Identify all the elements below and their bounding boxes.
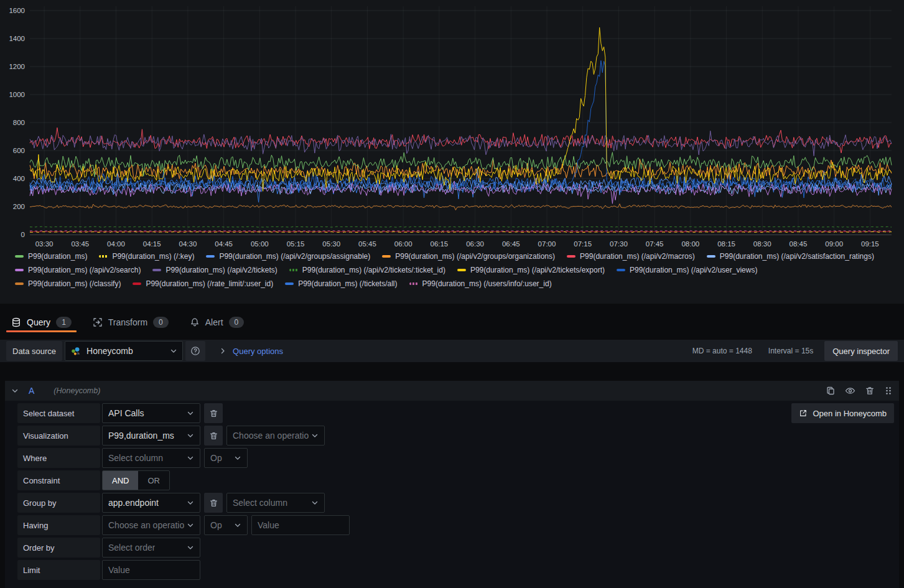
- legend-item[interactable]: P99(duration_ms) (/api/v2/tickets): [152, 266, 277, 274]
- legend-item[interactable]: P99(duration_ms) (/api/v2/groups/organiz…: [382, 252, 555, 261]
- svg-text:07:00: 07:00: [538, 240, 556, 248]
- query-options-label: Query options: [233, 347, 283, 356]
- svg-text:07:30: 07:30: [610, 240, 628, 248]
- drag-handle-icon[interactable]: [884, 386, 893, 396]
- legend-series-swatch: [457, 269, 466, 271]
- limit-label: Limit: [17, 560, 100, 580]
- having-operation-select[interactable]: Choose an operatio: [102, 515, 200, 535]
- toggle-visibility-icon[interactable]: [845, 386, 855, 396]
- svg-text:1600: 1600: [9, 7, 25, 14]
- svg-text:600: 600: [13, 147, 25, 154]
- svg-text:1000: 1000: [9, 91, 25, 98]
- legend-item[interactable]: P99(duration_ms) (/api/v2/search): [15, 266, 141, 274]
- constraint-label: Constraint: [17, 470, 100, 490]
- constraint-radio-group: AND OR: [102, 470, 170, 490]
- tab-transform[interactable]: Transform 0: [88, 317, 174, 336]
- having-value-input[interactable]: [251, 515, 350, 535]
- chevron-down-icon: [311, 499, 319, 506]
- query-options-toggle[interactable]: Query options: [219, 347, 283, 356]
- legend-item[interactable]: P99(duration_ms) (/classify): [15, 279, 121, 288]
- svg-text:05:45: 05:45: [358, 240, 376, 248]
- svg-text:09:15: 09:15: [861, 240, 879, 248]
- form-row-where: Where Select column Op: [17, 448, 899, 468]
- legend-series-swatch: [567, 255, 575, 258]
- tab-query-count: 1: [56, 317, 72, 328]
- duplicate-query-icon[interactable]: [826, 386, 836, 396]
- limit-value-input[interactable]: [102, 560, 200, 580]
- legend-item[interactable]: P99(duration_ms) (/api/v2/macros): [567, 252, 695, 261]
- query-datasource-note: (Honeycomb): [54, 386, 100, 395]
- group-by-add-select[interactable]: Select column: [226, 493, 325, 513]
- timeseries-panel: 0200400600800100012001400160003:3003:450…: [0, 0, 904, 304]
- where-column-select[interactable]: Select column: [102, 448, 200, 468]
- having-op-select[interactable]: Op: [204, 515, 248, 535]
- legend-item[interactable]: P99(duration_ms) (/api/v2/satisfaction_r…: [707, 252, 874, 261]
- trash-icon: [209, 409, 218, 418]
- group-by-select[interactable]: app.endpoint: [102, 493, 200, 513]
- where-column-placeholder: Select column: [108, 453, 163, 463]
- interval-info: Interval = 15s: [768, 347, 813, 355]
- tab-query[interactable]: Query 1: [6, 317, 77, 336]
- svg-text:03:45: 03:45: [71, 240, 89, 248]
- legend-series-label: P99(duration_ms) (/api/v2/macros): [580, 252, 695, 261]
- dataset-select-value: API Calls: [108, 408, 144, 418]
- constraint-or-option[interactable]: OR: [138, 471, 169, 490]
- svg-text:800: 800: [13, 119, 25, 126]
- bell-icon: [190, 317, 200, 327]
- datasource-picker[interactable]: h Honeycomb: [65, 341, 183, 361]
- chevron-down-icon: [187, 521, 194, 529]
- group-by-label: Group by: [17, 493, 100, 513]
- visualization-operation-select[interactable]: Choose an operatio: [226, 426, 325, 446]
- svg-text:04:45: 04:45: [215, 240, 233, 248]
- svg-text:08:30: 08:30: [753, 240, 771, 248]
- legend-series-swatch: [15, 269, 24, 271]
- legend-item[interactable]: P99(duration_ms) (/tickets/all): [285, 279, 397, 288]
- legend-item[interactable]: P99(duration_ms) (/api/v2/tickets/:ticke…: [289, 266, 445, 274]
- group-by-remove-button[interactable]: [204, 493, 223, 513]
- where-op-select[interactable]: Op: [204, 448, 248, 468]
- legend-item[interactable]: P99(duration_ms) (/users/info/:user_id): [409, 279, 552, 288]
- legend-series-swatch: [707, 255, 715, 258]
- svg-text:05:15: 05:15: [287, 240, 305, 248]
- svg-text:09:00: 09:00: [825, 240, 843, 248]
- help-circle-icon: [190, 346, 200, 356]
- open-in-honeycomb-button[interactable]: Open in Honeycomb: [791, 403, 894, 423]
- visualization-remove-button[interactable]: [204, 426, 223, 446]
- delete-query-icon[interactable]: [865, 386, 875, 396]
- svg-text:06:00: 06:00: [394, 240, 412, 248]
- svg-text:h: h: [77, 352, 79, 355]
- form-row-constraint: Constraint AND OR: [17, 470, 899, 490]
- svg-text:04:30: 04:30: [179, 240, 197, 248]
- legend-item[interactable]: P99(duration_ms) (/api/v2/user_views): [617, 266, 757, 274]
- datasource-value: Honeycomb: [86, 346, 170, 356]
- legend-item[interactable]: P99(duration_ms) (/:key): [99, 252, 194, 261]
- tab-alert[interactable]: Alert 0: [185, 317, 249, 336]
- visualization-select[interactable]: P99,duration_ms: [102, 426, 200, 446]
- legend-item[interactable]: P99(duration_ms) (/api/v2/groups/assigna…: [206, 252, 370, 261]
- legend-item[interactable]: P99(duration_ms): [15, 252, 87, 261]
- svg-text:08:15: 08:15: [717, 240, 735, 248]
- datasource-help-button[interactable]: [185, 341, 205, 361]
- open-in-honeycomb-label: Open in Honeycomb: [813, 409, 887, 418]
- svg-text:08:00: 08:00: [681, 240, 699, 248]
- query-row-header[interactable]: A (Honeycomb): [5, 381, 899, 401]
- legend-series-label: P99(duration_ms) (/api/v2/groups/organiz…: [395, 252, 555, 261]
- dataset-select[interactable]: API Calls: [102, 403, 200, 423]
- visualization-label: Visualization: [17, 426, 100, 446]
- legend-item[interactable]: P99(duration_ms) (/rate_limit/:user_id): [133, 279, 273, 288]
- where-label: Where: [17, 448, 100, 468]
- having-label: Having: [17, 515, 100, 535]
- timeseries-chart[interactable]: 0200400600800100012001400160003:3003:450…: [0, 0, 904, 249]
- order-by-select[interactable]: Select order: [102, 538, 200, 558]
- chevron-down-icon: [234, 521, 241, 529]
- legend-series-label: P99(duration_ms) (/users/info/:user_id): [422, 279, 552, 288]
- legend-row: P99(duration_ms) (/classify)P99(duration…: [15, 277, 893, 291]
- legend-item[interactable]: P99(duration_ms) (/api/v2/tickets/export…: [457, 266, 605, 274]
- legend-series-swatch: [99, 255, 108, 258]
- query-inspector-button[interactable]: Query inspector: [824, 341, 898, 361]
- svg-text:07:45: 07:45: [646, 240, 664, 248]
- legend-series-label: P99(duration_ms) (/api/v2/search): [28, 266, 141, 274]
- order-by-label: Order by: [17, 538, 100, 558]
- constraint-and-option[interactable]: AND: [103, 471, 138, 490]
- dataset-remove-button[interactable]: [204, 403, 223, 423]
